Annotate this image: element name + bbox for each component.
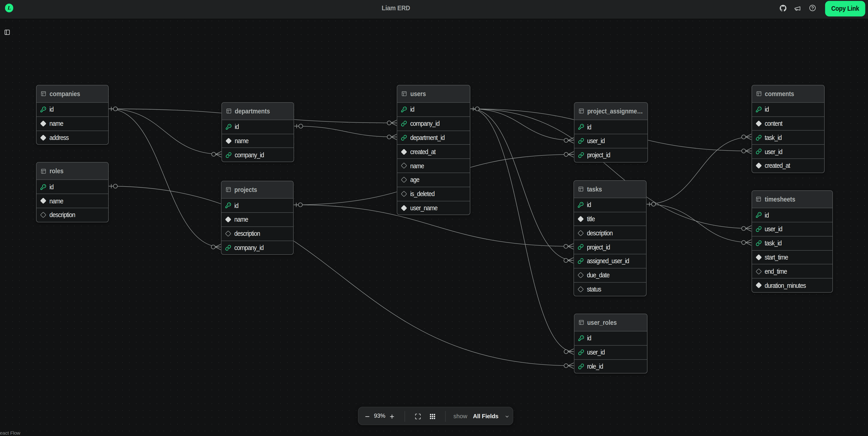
svg-text:L: L: [7, 5, 11, 11]
